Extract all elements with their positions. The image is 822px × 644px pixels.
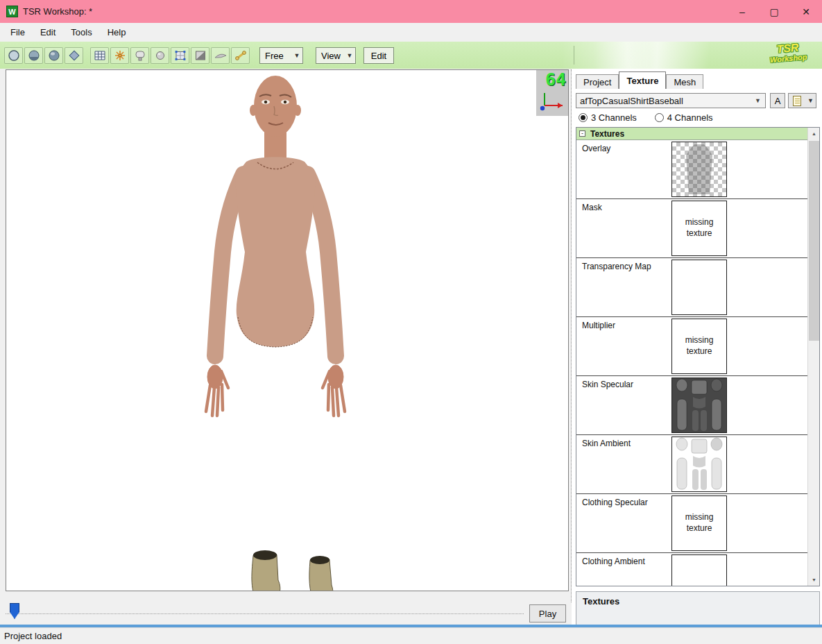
texture-scrollbar[interactable]: ▲ ▼ bbox=[807, 128, 819, 586]
export-texture-dropdown[interactable]: ▼ bbox=[805, 93, 816, 108]
missing-texture-text: missing texture bbox=[681, 335, 717, 357]
textures-bottom-panel: Textures bbox=[576, 591, 820, 627]
missing-texture-text: missing texture bbox=[681, 217, 717, 239]
texture-label: Skin Ambient bbox=[582, 439, 631, 448]
menu-tools[interactable]: Tools bbox=[63, 23, 99, 42]
texture-thumbnail[interactable]: missing texture bbox=[671, 319, 727, 374]
circle-outline-icon bbox=[7, 49, 21, 62]
document-icon bbox=[793, 96, 801, 106]
menu-file[interactable]: File bbox=[3, 23, 33, 42]
view-dropdown[interactable]: ▼ bbox=[344, 47, 356, 64]
texture-label: Transparency Map bbox=[582, 262, 651, 271]
edit-button[interactable]: Edit bbox=[363, 47, 394, 64]
circle-half-icon bbox=[27, 49, 41, 62]
render-smooth-icon[interactable] bbox=[44, 47, 63, 64]
free-mode-dropdown[interactable]: ▼ bbox=[291, 47, 303, 64]
texture-row-clothing-ambient[interactable]: Clothing Ambient bbox=[576, 553, 807, 586]
texture-label: Mask bbox=[582, 203, 602, 212]
mesh-star-icon[interactable] bbox=[110, 47, 129, 64]
texture-thumbnail[interactable]: missing texture bbox=[671, 201, 727, 256]
view-button[interactable]: View bbox=[316, 47, 345, 64]
radio-4-channels-label: 4 Channels bbox=[667, 112, 713, 123]
small-sphere-glyph bbox=[153, 49, 167, 62]
texture-row-multiplier[interactable]: Multipliermissing texture bbox=[576, 317, 807, 376]
texture-row-skin-ambient[interactable]: Skin Ambient bbox=[576, 435, 807, 494]
bounding-box-icon[interactable] bbox=[171, 47, 189, 64]
bone-icon[interactable] bbox=[231, 47, 250, 64]
radio-4-channels[interactable] bbox=[655, 113, 664, 122]
collapse-icon[interactable]: - bbox=[579, 130, 585, 137]
texture-row-overlay[interactable]: Overlay bbox=[576, 140, 807, 199]
texture-label: Multiplier bbox=[582, 321, 615, 330]
texture-label: Skin Specular bbox=[582, 380, 633, 389]
texture-thumbnail[interactable] bbox=[671, 378, 727, 433]
titlebar[interactable]: W TSR Workshop: * – ▢ ✕ bbox=[0, 0, 822, 23]
viewport-3d[interactable]: 64 bbox=[6, 69, 569, 591]
texture-thumbnail[interactable]: missing texture bbox=[671, 495, 727, 551]
plane-icon[interactable] bbox=[211, 47, 230, 64]
scrollbar-down-icon[interactable]: ▼ bbox=[808, 574, 820, 586]
menu-edit[interactable]: Edit bbox=[33, 23, 63, 42]
radio-3-channels[interactable] bbox=[579, 113, 588, 122]
swoosh-glyph bbox=[214, 49, 228, 62]
tsr-workshop-logo: TSR Workshop bbox=[757, 42, 819, 65]
free-mode-button[interactable]: Free bbox=[259, 47, 292, 64]
sim-right-hand bbox=[323, 365, 345, 416]
tab-project[interactable]: Project bbox=[576, 74, 619, 89]
animation-slider-marker[interactable] bbox=[10, 603, 19, 619]
texture-row-mask[interactable]: Maskmissing texture bbox=[576, 199, 807, 258]
texture-row-clothing-specular[interactable]: Clothing Specularmissing texture bbox=[576, 494, 807, 553]
textures-section-header[interactable]: - Textures bbox=[576, 128, 807, 140]
toolbar: Free ▼ View ▼ Edit TSR Workshop bbox=[0, 42, 822, 69]
gradient-square-glyph bbox=[194, 49, 207, 62]
texture-list: OverlayMaskmissing textureTransparency M… bbox=[576, 140, 807, 586]
grid-icon[interactable] bbox=[90, 47, 109, 64]
texture-thumbnail[interactable] bbox=[671, 260, 727, 315]
tab-mesh[interactable]: Mesh bbox=[666, 74, 703, 89]
close-button[interactable]: ✕ bbox=[790, 0, 822, 23]
texture-thumbnail[interactable] bbox=[671, 554, 727, 586]
alpha-button[interactable]: A bbox=[770, 93, 785, 108]
scrollbar-thumb[interactable] bbox=[809, 141, 819, 341]
status-text: Project loaded bbox=[4, 631, 62, 641]
menubar: FileEditToolsHelp bbox=[0, 23, 822, 42]
render-flat-icon[interactable] bbox=[24, 47, 43, 64]
preset-combobox[interactable]: afTopCasualShirtBaseball ▼ bbox=[576, 93, 766, 108]
skin-texture-graphic bbox=[672, 378, 726, 432]
texture-row-skin-specular[interactable]: Skin Specular bbox=[576, 376, 807, 435]
star-glyph bbox=[113, 49, 127, 62]
window-controls: – ▢ ✕ bbox=[726, 0, 822, 23]
render-wireframe-icon[interactable] bbox=[4, 47, 23, 64]
viewport-gizmo: 64 bbox=[536, 70, 568, 116]
fps-counter: 64 bbox=[536, 70, 568, 89]
tab-texture[interactable]: Texture bbox=[619, 71, 666, 89]
app-icon: W bbox=[6, 6, 18, 17]
textures-panel: - Textures OverlayMaskmissing textureTra… bbox=[576, 127, 820, 586]
export-texture-button[interactable] bbox=[788, 93, 806, 108]
animation-slider-row: Play bbox=[0, 601, 572, 625]
light-icon[interactable] bbox=[130, 47, 149, 64]
animation-slider-track[interactable] bbox=[6, 613, 524, 614]
chevron-down-icon: ▼ bbox=[755, 97, 765, 104]
sim-shirt bbox=[235, 157, 316, 347]
radio-3-channels-label: 3 Channels bbox=[591, 112, 637, 123]
bone-glyph bbox=[234, 49, 248, 62]
axis-gizmo-icon bbox=[536, 89, 568, 114]
skin-texture-graphic bbox=[672, 437, 726, 491]
right-panel: ProjectTextureMesh afTopCasualShirtBaseb… bbox=[572, 69, 822, 628]
texture-view-icon[interactable] bbox=[191, 47, 209, 64]
texture-thumbnail[interactable] bbox=[671, 142, 727, 197]
sim-head bbox=[254, 76, 297, 137]
menu-help[interactable]: Help bbox=[100, 23, 134, 42]
texture-thumbnail[interactable] bbox=[671, 437, 727, 492]
maximize-button[interactable]: ▢ bbox=[758, 0, 790, 23]
render-textured-icon[interactable] bbox=[65, 47, 83, 64]
minimize-button[interactable]: – bbox=[726, 0, 758, 23]
sim-right-boot bbox=[309, 556, 333, 591]
sphere-icon[interactable] bbox=[151, 47, 169, 64]
scrollbar-up-icon[interactable]: ▲ bbox=[808, 128, 820, 139]
textures-section-title: Textures bbox=[590, 129, 624, 139]
play-button[interactable]: Play bbox=[529, 604, 566, 622]
missing-texture-text: missing texture bbox=[681, 512, 717, 534]
texture-row-transparency-map[interactable]: Transparency Map bbox=[576, 258, 807, 317]
